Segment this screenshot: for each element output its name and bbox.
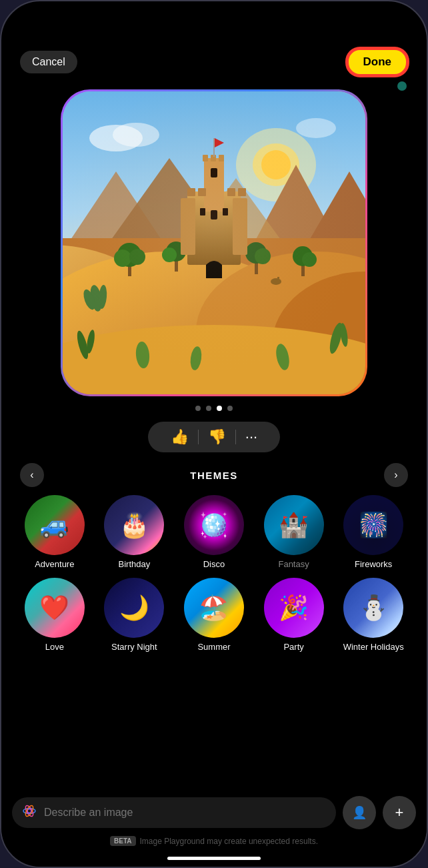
sparkle-icon <box>21 803 37 823</box>
themes-header: ‹ THEMES › <box>1 452 427 495</box>
person-icon: 👤 <box>352 805 367 820</box>
input-row: 👤 + <box>12 796 416 829</box>
dot-1[interactable] <box>195 406 201 411</box>
theme-label-disco: Disco <box>203 559 225 570</box>
theme-item-birthday[interactable]: 🎂 Birthday <box>97 495 172 570</box>
theme-label-party: Party <box>283 642 303 653</box>
cancel-button[interactable]: Cancel <box>20 51 77 73</box>
beta-notice: BETA Image Playground may create unexpec… <box>12 836 416 851</box>
theme-label-birthday: Birthday <box>119 559 151 570</box>
theme-label-fantasy: Fantasy <box>278 559 309 570</box>
input-wrapper <box>12 797 336 828</box>
image-container[interactable] <box>61 89 367 396</box>
theme-item-love[interactable]: ❤️ Love <box>17 578 92 653</box>
theme-label-fireworks: Fireworks <box>355 559 392 570</box>
theme-item-fantasy[interactable]: 🏰 Fantasy <box>257 495 331 570</box>
theme-circle-love: ❤️ <box>25 578 85 638</box>
action-buttons: 👍 👎 ··· <box>1 422 427 452</box>
theme-label-love: Love <box>45 642 64 653</box>
theme-item-party[interactable]: 🎉 Party <box>257 578 331 653</box>
corner-dot <box>397 81 407 91</box>
theme-circle-birthday: 🎂 <box>104 495 164 555</box>
describe-input[interactable] <box>12 797 336 828</box>
thumbs-up-button[interactable]: 👍 <box>164 428 195 446</box>
theme-circle-fantasy: 🏰 <box>264 495 324 555</box>
theme-item-adventure[interactable]: 🚙 Adventure <box>17 495 92 570</box>
svg-point-61 <box>27 809 31 813</box>
thumbs-down-button[interactable]: 👎 <box>201 428 233 446</box>
dot-3[interactable] <box>217 406 222 411</box>
theme-label-summer: Summer <box>197 642 230 653</box>
theme-circle-fireworks: 🎆 <box>343 495 403 555</box>
themes-prev-button[interactable]: ‹ <box>20 463 44 487</box>
theme-label-adventure: Adventure <box>35 559 74 570</box>
theme-item-fireworks[interactable]: 🎆 Fireworks <box>336 495 411 570</box>
home-indicator <box>167 857 261 860</box>
theme-item-starry[interactable]: 🌙 Starry Night <box>97 578 172 653</box>
screen: Cancel Done <box>1 1 427 867</box>
dot-2[interactable] <box>206 406 211 411</box>
themes-title: THEMES <box>44 470 384 481</box>
divider-1 <box>198 430 199 444</box>
theme-label-starry: Starry Night <box>111 642 157 653</box>
theme-circle-adventure: 🚙 <box>25 495 85 555</box>
generated-image <box>63 91 365 394</box>
plus-icon: + <box>395 804 404 821</box>
action-pill: 👍 👎 ··· <box>148 422 280 452</box>
theme-circle-winter: ⛄ <box>343 578 403 638</box>
theme-circle-starry: 🌙 <box>104 578 164 638</box>
add-button[interactable]: + <box>383 796 416 829</box>
top-nav: Cancel Done <box>1 41 427 83</box>
beta-text: Image Playground may create unexpected r… <box>140 837 318 846</box>
theme-item-winter[interactable]: ⛄ Winter Holidays <box>336 578 411 653</box>
more-options-button[interactable]: ··· <box>239 428 264 446</box>
phone-frame: Cancel Done <box>0 0 428 868</box>
dynamic-island <box>172 9 256 33</box>
theme-item-disco[interactable]: 🪩 Disco <box>177 495 251 570</box>
theme-circle-disco: 🪩 <box>184 495 244 555</box>
dot-4[interactable] <box>227 406 233 411</box>
bottom-area: 👤 + BETA Image Playground may create une… <box>1 788 427 867</box>
themes-next-button[interactable]: › <box>384 463 408 487</box>
divider-2 <box>235 430 236 444</box>
desert-scene-svg <box>63 91 365 394</box>
theme-label-winter: Winter Holidays <box>343 642 404 653</box>
image-display-area <box>1 83 427 396</box>
beta-tag: BETA <box>110 836 135 846</box>
theme-item-summer[interactable]: 🏖️ Summer <box>177 578 251 653</box>
person-button[interactable]: 👤 <box>343 796 376 829</box>
page-dots <box>1 406 427 411</box>
theme-circle-party: 🎉 <box>264 578 324 638</box>
themes-grid: 🚙 Adventure 🎂 Birthday 🪩 Disco 🏰 <box>1 495 427 652</box>
done-button[interactable]: Done <box>347 48 409 76</box>
svg-rect-60 <box>63 91 365 394</box>
theme-circle-summer: 🏖️ <box>184 578 244 638</box>
